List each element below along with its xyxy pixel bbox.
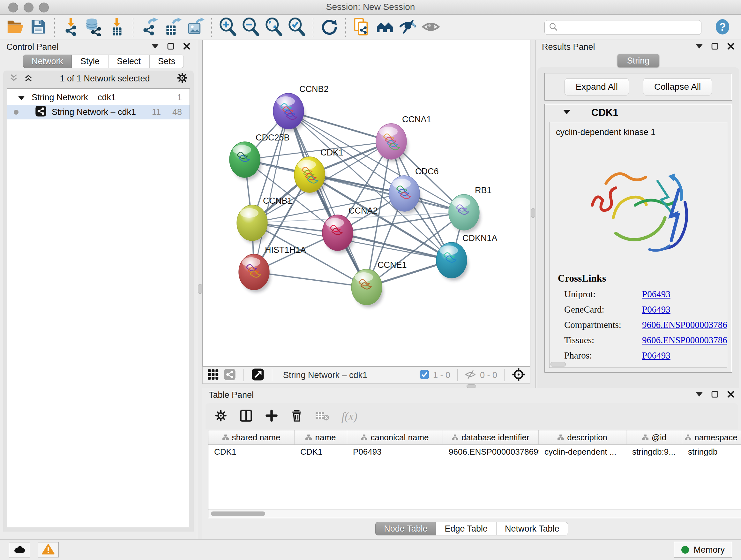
import-table-button[interactable]	[106, 17, 128, 38]
crosslink-link[interactable]: P06493	[642, 289, 670, 300]
zoom-in-button[interactable]	[217, 17, 239, 38]
graph-edge[interactable]	[288, 111, 367, 287]
tab-edge-table[interactable]: Edge Table	[436, 522, 496, 536]
panel-menu-caret-icon[interactable]	[696, 44, 703, 50]
expand-all-button[interactable]: Expand All	[564, 78, 629, 96]
toolbar-search[interactable]	[544, 20, 701, 35]
table-row[interactable]: CDK1CDK1P064939606.ENSP00000378699cyclin…	[208, 445, 741, 459]
column-header-name[interactable]: name	[294, 430, 347, 444]
gene-entry-header[interactable]: CDK1	[545, 104, 732, 121]
crosslinks-title: CrossLinks	[558, 273, 727, 284]
table-cell[interactable]: 9606.ENSP00000378699	[443, 445, 539, 459]
graph-edge[interactable]	[254, 272, 367, 287]
window-zoom-button[interactable]	[39, 3, 49, 12]
column-type-icon	[452, 433, 458, 442]
tab-style[interactable]: Style	[72, 55, 108, 68]
table-gear-icon[interactable]	[214, 409, 227, 423]
crosslink-link[interactable]: P06493	[642, 304, 670, 315]
column-header--id[interactable]: @id	[626, 430, 682, 444]
add-column-icon[interactable]	[265, 409, 278, 424]
import-network-file-button[interactable]	[60, 17, 82, 38]
window-close-button[interactable]	[8, 3, 18, 12]
save-session-button[interactable]	[27, 17, 49, 38]
eye-button[interactable]	[420, 17, 442, 38]
column-header-database-identifier[interactable]: database identifier	[443, 430, 539, 444]
collapse-all-button[interactable]: Collapse All	[643, 78, 712, 96]
refresh-button[interactable]	[319, 17, 340, 38]
delete-column-icon[interactable]	[290, 409, 303, 424]
tree-caret-icon[interactable]	[18, 92, 24, 103]
tab-node-table[interactable]: Node Table	[375, 522, 436, 536]
panel-menu-caret-icon[interactable]	[696, 392, 703, 398]
panel-float-icon[interactable]	[711, 43, 719, 51]
cloud-button[interactable]	[9, 542, 30, 557]
table-cell[interactable]: CDK1	[208, 445, 294, 459]
left-splitter-handle[interactable]	[198, 284, 202, 294]
column-header-namespace[interactable]: namespace	[682, 430, 740, 444]
right-splitter-handle[interactable]	[531, 208, 535, 218]
tab-network[interactable]: Network	[23, 55, 72, 68]
bottom-splitter-handle[interactable]	[467, 384, 476, 388]
memory-button[interactable]: Memory	[674, 542, 732, 558]
eye-icon	[421, 17, 440, 37]
protein-documents-icon	[353, 17, 371, 37]
crosslink-link[interactable]: P06493	[642, 350, 670, 361]
selected-checkbox-icon[interactable]	[420, 370, 429, 381]
crosslink-link[interactable]: 9606.ENSP00000378699	[642, 335, 727, 346]
table-cell[interactable]: stringdb	[682, 445, 740, 459]
export-network-button[interactable]	[138, 17, 160, 38]
zoom-selected-button[interactable]	[286, 17, 308, 38]
panel-close-icon[interactable]	[183, 43, 191, 51]
crosslink-link[interactable]: 9606.ENSP00000378699	[642, 320, 727, 330]
table-cell[interactable]: P06493	[347, 445, 443, 459]
homes-button[interactable]	[374, 17, 396, 38]
hidden-eye-slash-icon[interactable]	[465, 369, 476, 381]
node-table[interactable]: shared namenamecanonical namedatabase id…	[208, 430, 741, 518]
network-collection-row[interactable]: String Network – cdk1 1	[7, 90, 190, 105]
grid-view-icon[interactable]	[207, 368, 219, 382]
window-minimize-button[interactable]	[23, 3, 33, 12]
open-session-button[interactable]	[4, 17, 26, 38]
expand-all-networks-icon[interactable]	[23, 73, 33, 84]
column-header-description[interactable]: description	[539, 430, 626, 444]
network-share-icon[interactable]	[224, 368, 236, 382]
table-cell[interactable]: cyclin-dependent ...	[539, 445, 626, 459]
column-header-canonical-name[interactable]: canonical name	[347, 430, 443, 444]
export-network-icon	[140, 17, 158, 37]
network-graph[interactable]: CCNB2CCNA1CDC25BCDK1CDC6RB1CCNB1CCNA2CDK…	[203, 40, 530, 366]
collapse-all-networks-icon[interactable]	[9, 73, 18, 84]
tab-sets[interactable]: Sets	[149, 55, 184, 68]
tab-select[interactable]: Select	[108, 55, 149, 68]
network-view[interactable]: CCNB2CCNA1CDC25BCDK1CDC6RB1CCNB1CCNA2CDK…	[202, 40, 530, 367]
column-header-shared-name[interactable]: shared name	[208, 430, 294, 444]
tab-string[interactable]: String	[617, 54, 659, 67]
warning-button[interactable]	[38, 542, 59, 557]
panel-float-icon[interactable]	[167, 43, 175, 51]
table-cell[interactable]: CDK1	[294, 445, 347, 459]
show-hide-button[interactable]	[397, 17, 419, 38]
search-input[interactable]	[561, 22, 697, 33]
entry-caret-icon[interactable]	[563, 110, 570, 116]
export-image-button[interactable]	[185, 17, 206, 38]
export-table-button[interactable]	[161, 17, 183, 38]
zoom-fit-button[interactable]	[263, 17, 285, 38]
panel-close-icon[interactable]	[727, 390, 735, 399]
import-network-database-button[interactable]	[83, 17, 105, 38]
help-button[interactable]: ?	[712, 17, 733, 38]
table-hscroll-thumb[interactable]	[211, 511, 265, 516]
title-bar: Session: New Session	[0, 0, 741, 15]
table-hscrollbar[interactable]	[208, 509, 741, 518]
entry-hscroll-thumb[interactable]	[550, 362, 566, 367]
detach-view-icon[interactable]	[252, 368, 264, 382]
string-protein-query-button[interactable]	[351, 17, 373, 38]
table-cell[interactable]: stringdb:9...	[626, 445, 682, 459]
crosshair-icon[interactable]	[512, 368, 526, 383]
tab-network-table[interactable]: Network Table	[496, 522, 568, 536]
panel-float-icon[interactable]	[711, 390, 719, 399]
panel-menu-caret-icon[interactable]	[151, 44, 158, 50]
network-row[interactable]: String Network – cdk1 11 48	[7, 105, 190, 119]
show-columns-icon[interactable]	[239, 409, 253, 424]
panel-close-icon[interactable]	[727, 43, 735, 51]
gear-icon[interactable]	[177, 72, 188, 85]
zoom-out-button[interactable]	[240, 17, 262, 38]
